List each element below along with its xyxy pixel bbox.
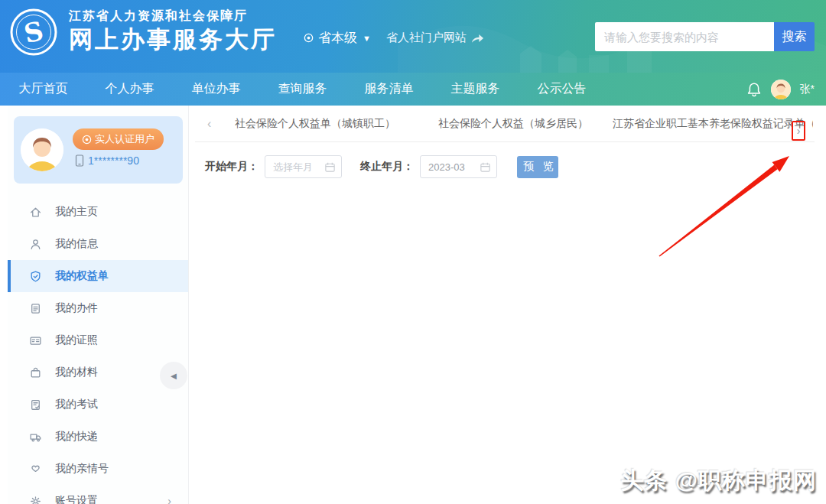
region-label: 省本级 xyxy=(318,29,357,47)
page-title: 网上办事服务大厅 xyxy=(69,24,277,56)
sidebar-item-label: 账号设置 xyxy=(55,494,98,504)
home-icon xyxy=(29,206,42,219)
sidebar-item-7[interactable]: 我的快递 xyxy=(8,421,188,453)
user-card-avatar[interactable] xyxy=(21,128,63,171)
portal-link-label: 省人社门户网站 xyxy=(386,31,467,45)
search-button[interactable]: 搜索 xyxy=(774,22,815,51)
sidebar-item-label: 我的材料 xyxy=(55,366,98,379)
masked-phone: 1********90 xyxy=(88,154,139,167)
nav-item-1[interactable]: 个人办事 xyxy=(86,73,173,106)
sidebar-item-9[interactable]: 账号设置› xyxy=(8,485,188,504)
svg-text:S: S xyxy=(21,15,46,49)
header-search: 搜索 xyxy=(595,22,815,51)
nav-item-2[interactable]: 单位办事 xyxy=(173,73,259,106)
shield-icon xyxy=(29,270,42,283)
start-month-picker[interactable] xyxy=(265,155,342,178)
tabs-scroll-left-icon[interactable]: ‹ xyxy=(207,117,221,131)
calendar-icon xyxy=(480,161,491,173)
phone-number-row: 1********90 xyxy=(74,154,139,167)
nav-item-4[interactable]: 服务清单 xyxy=(346,73,432,106)
hearts-icon xyxy=(29,463,42,476)
nav-items: 大厅首页个人办事单位办事查询服务服务清单主题服务公示公告 xyxy=(0,73,605,106)
agency-logo-icon: S xyxy=(9,8,58,57)
phone-icon xyxy=(74,154,85,167)
gear-icon xyxy=(29,495,42,504)
document-icon xyxy=(29,302,42,315)
header: S 江苏省人力资源和社会保障厅 网上办事服务大厅 省本级 ▼ 省人社门户网站 搜… xyxy=(0,0,826,73)
sidebar-item-4[interactable]: 我的证照 xyxy=(8,324,188,356)
annotation-highlight-box: › xyxy=(792,121,805,141)
start-month-label: 开始年月： xyxy=(205,160,259,174)
end-month-label: 终止年月： xyxy=(360,160,414,174)
sidebar-item-8[interactable]: 我的亲情号 xyxy=(8,453,188,485)
nav-item-5[interactable]: 主题服务 xyxy=(432,73,519,106)
main-nav: 大厅首页个人办事单位办事查询服务服务清单主题服务公示公告 张* xyxy=(0,73,826,106)
id-card-icon xyxy=(29,334,42,347)
tab-urban-employee[interactable]: 社会保险个人权益单（城镇职工） xyxy=(235,117,395,131)
chevron-down-icon: ▼ xyxy=(363,34,371,43)
sidebar-item-1[interactable]: 我的信息 xyxy=(8,228,188,260)
tab-enterprise-pension-record[interactable]: 江苏省企业职工基本养老保险权益记录单（参保 xyxy=(613,117,813,131)
region-selector[interactable]: 省本级 ▼ xyxy=(303,29,371,47)
user-card: 实人认证用户 1********90 xyxy=(14,116,183,184)
sidebar-item-0[interactable]: 我的主页 xyxy=(8,196,188,228)
collapse-arrow-icon: ◄ xyxy=(169,370,179,382)
notification-bell-icon[interactable] xyxy=(746,81,762,98)
sidebar: 实人认证用户 1********90 我的主页我的信息我的权益单我的办件我的证照… xyxy=(8,106,189,504)
sidebar-item-label: 我的快递 xyxy=(55,430,98,444)
watermark: 头条 @职称申报网 xyxy=(620,465,817,496)
nav-item-0[interactable]: 大厅首页 xyxy=(0,73,86,106)
sidebar-item-6[interactable]: 我的考试 xyxy=(8,389,188,421)
sidebar-item-label: 我的权益单 xyxy=(55,269,109,283)
chevron-right-icon: › xyxy=(167,495,171,504)
nav-item-6[interactable]: 公示公告 xyxy=(519,73,605,106)
org-name: 江苏省人力资源和社会保障厅 xyxy=(69,8,248,24)
sidebar-item-label: 我的亲情号 xyxy=(55,462,109,476)
username[interactable]: 张* xyxy=(800,83,815,96)
main-content: ‹ 社会保险个人权益单（城镇职工） 社会保险个人权益（城乡居民） 江苏省企业职工… xyxy=(195,106,815,504)
briefcase-icon xyxy=(29,366,42,379)
page: S 江苏省人力资源和社会保障厅 网上办事服务大厅 省本级 ▼ 省人社门户网站 搜… xyxy=(0,0,826,504)
auth-badge-label: 实人认证用户 xyxy=(95,132,154,146)
sidebar-menu: 我的主页我的信息我的权益单我的办件我的证照我的材料我的考试我的快递我的亲情号账号… xyxy=(8,196,188,504)
nav-right: 张* xyxy=(746,73,815,106)
search-input[interactable] xyxy=(595,22,774,51)
sidebar-item-label: 我的证照 xyxy=(55,333,98,347)
user-icon xyxy=(29,238,42,251)
verified-icon xyxy=(82,135,92,145)
truck-icon xyxy=(29,431,42,444)
preview-button[interactable]: 预 览 xyxy=(517,156,558,178)
nav-item-3[interactable]: 查询服务 xyxy=(259,73,346,106)
sidebar-item-label: 我的信息 xyxy=(55,237,98,251)
tabs-scroll-right-icon[interactable]: › xyxy=(797,125,801,137)
end-month-picker[interactable] xyxy=(420,155,497,178)
sidebar-item-label: 我的主页 xyxy=(55,205,98,219)
sidebar-item-label: 我的办件 xyxy=(55,301,98,315)
external-link-icon xyxy=(471,33,484,44)
calendar-icon xyxy=(324,161,336,173)
tab-urban-rural-resident[interactable]: 社会保险个人权益（城乡居民） xyxy=(438,117,588,131)
start-month-input[interactable] xyxy=(265,161,320,173)
end-month-input[interactable] xyxy=(421,161,476,173)
sidebar-item-2[interactable]: 我的权益单 xyxy=(8,260,188,292)
sidebar-item-label: 我的考试 xyxy=(55,398,98,411)
sidebar-collapse-handle[interactable]: ◄ xyxy=(160,362,187,389)
real-name-auth-badge: 实人认证用户 xyxy=(73,128,164,150)
exam-icon xyxy=(29,398,42,411)
sidebar-item-3[interactable]: 我的办件 xyxy=(8,292,188,324)
location-icon xyxy=(303,32,314,44)
portal-site-link[interactable]: 省人社门户网站 xyxy=(386,31,484,45)
date-range-form: 开始年月： 终止年月： 预 览 xyxy=(195,155,815,178)
user-avatar[interactable] xyxy=(771,80,791,99)
tabs-row: ‹ 社会保险个人权益单（城镇职工） 社会保险个人权益（城乡居民） 江苏省企业职工… xyxy=(195,106,815,142)
